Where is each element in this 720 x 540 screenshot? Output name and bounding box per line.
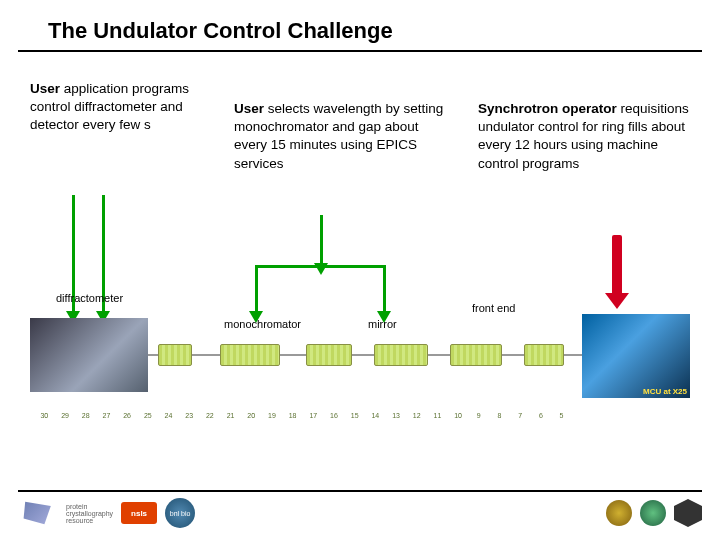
logo-nsls-icon: nsls [121,502,157,524]
scale-tick: 7 [510,412,531,430]
logo-globe-icon [640,500,666,526]
arrow-green-icon [383,265,386,313]
pxrr-line: protein [66,503,113,510]
scale-tick: 18 [282,412,303,430]
description-columns: User application programs control diffra… [0,52,720,173]
pxrr-line: crystallography [66,510,113,517]
beamline-track [148,354,582,356]
scale-tick: 24 [158,412,179,430]
scale-tick: 10 [448,412,469,430]
scale-tick: 26 [117,412,138,430]
logo-pxrr-icon [18,499,58,527]
scale-tick: 27 [96,412,117,430]
photo-caption: MCU at X25 [640,385,690,398]
scale-tick: 12 [406,412,427,430]
beamline-module [450,344,502,366]
scale-tick: 28 [75,412,96,430]
scale-tick: 13 [386,412,407,430]
scale-tick: 25 [137,412,158,430]
beamline-module [524,344,564,366]
column-operator: Synchrotron operator requisitions undula… [478,100,698,173]
scale-tick: 19 [262,412,283,430]
beamline-diagram: MCU at X25 30292827262524232221201918171… [30,318,690,424]
scale-tick: 9 [468,412,489,430]
beamline-module [220,344,280,366]
arrow-red-icon [612,235,622,295]
arrow-connector [255,265,385,268]
arrow-layer [0,195,720,325]
logo-hex-icon [674,499,702,527]
logo-seal-icon [606,500,632,526]
logo-bnl-icon: bnl bio [165,498,195,528]
column1-bold: User [30,81,60,96]
beamline-module [374,344,428,366]
arrow-green-icon [255,265,258,313]
arrow-stem [320,215,323,265]
scale-tick: 22 [200,412,221,430]
beamline-schematic [148,336,582,380]
column2-bold: User [234,101,264,116]
photo-diffractometer [30,318,148,392]
scale-tick: 5 [551,412,572,430]
scale-tick: 14 [365,412,386,430]
footer-logos-right [606,499,702,527]
scale-tick: 21 [220,412,241,430]
scale-tick: 8 [489,412,510,430]
scale-tick: 15 [344,412,365,430]
beamline-module [158,344,192,366]
column-user-app: User application programs control diffra… [30,80,210,173]
scale-tick: 11 [427,412,448,430]
label-diffractometer: diffractometer [56,292,123,304]
scale-tick: 30 [34,412,55,430]
scale-tick: 29 [55,412,76,430]
scale-tick: 23 [179,412,200,430]
title-bar: The Undulator Control Challenge [18,0,702,52]
pxrr-line: resource [66,517,113,524]
page-title: The Undulator Control Challenge [48,18,672,44]
photo-undulator: MCU at X25 [582,314,690,398]
scale-ruler: 3029282726252423222120191817161514131211… [30,412,690,430]
scale-tick: 6 [531,412,552,430]
footer: protein crystallography resource nsls bn… [18,490,702,528]
label-front-end: front end [472,302,515,314]
logo-pxrr-text: protein crystallography resource [66,503,113,524]
column-user-select: User selects wavelength by setting monoc… [234,100,454,173]
scale-tick: 17 [303,412,324,430]
column2-text: selects wavelength by setting monochroma… [234,101,443,171]
scale-tick: 16 [324,412,345,430]
column3-bold: Synchrotron operator [478,101,617,116]
footer-logos-left: protein crystallography resource nsls bn… [18,498,195,528]
scale-tick: 20 [241,412,262,430]
beamline-module [306,344,352,366]
